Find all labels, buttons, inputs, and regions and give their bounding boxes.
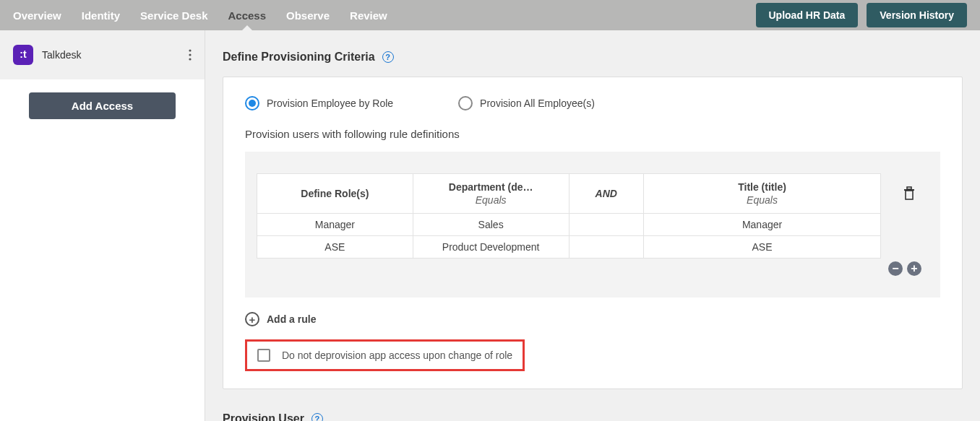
col-role-header: Define Role(s) — [257, 174, 413, 214]
col-dept-header: Department (de… Equals — [413, 174, 569, 214]
sidebar: :t Talkdesk Add Access — [0, 30, 205, 421]
add-access-button[interactable]: Add Access — [29, 92, 176, 119]
app-name: Talkdesk — [42, 49, 180, 61]
section-title-criteria-text: Define Provisioning Criteria — [223, 51, 375, 64]
col-dept-title: Department (de… — [449, 181, 533, 193]
top-nav-actions: Upload HR Data Version History — [756, 3, 968, 27]
table-row[interactable]: Manager Sales Manager — [257, 214, 881, 236]
tab-service-desk[interactable]: Service Desk — [140, 0, 207, 30]
version-history-button[interactable]: Version History — [867, 3, 967, 27]
radio-by-role-label: Provision Employee by Role — [267, 97, 393, 109]
svg-point-1 — [189, 53, 191, 56]
provision-mode-radio-group: Provision Employee by Role Provision All… — [245, 96, 940, 110]
kebab-menu-icon[interactable] — [189, 49, 192, 61]
deprovision-option-highlight: Do not deprovision app access upon chang… — [245, 339, 525, 371]
upload-hr-data-button[interactable]: Upload HR Data — [756, 3, 859, 27]
add-rule-button[interactable]: + Add a rule — [245, 312, 940, 326]
criteria-card: Provision Employee by Role Provision All… — [223, 77, 963, 389]
trash-icon[interactable] — [903, 186, 916, 201]
radio-all-label: Provision All Employee(s) — [480, 97, 595, 109]
add-rule-label: Add a rule — [267, 313, 316, 325]
sidebar-header: :t Talkdesk — [0, 30, 205, 79]
section-title-criteria: Define Provisioning Criteria ? — [223, 51, 963, 64]
rule-table: Define Role(s) Department (de… Equals AN… — [257, 173, 881, 259]
app-icon-letter: :t — [20, 48, 26, 60]
svg-rect-4 — [906, 191, 913, 199]
cell-dept: Product Development — [413, 236, 569, 259]
cell-op — [569, 214, 644, 236]
row-actions: − + — [257, 259, 929, 276]
remove-row-button[interactable]: − — [888, 261, 903, 276]
cell-role: Manager — [257, 214, 413, 236]
rule-block: Define Role(s) Department (de… Equals AN… — [245, 152, 940, 298]
col-title-sub: Equals — [650, 194, 874, 206]
tab-identity[interactable]: Identity — [82, 0, 120, 30]
cell-title: Manager — [644, 214, 881, 236]
tab-review[interactable]: Review — [350, 0, 387, 30]
tab-overview[interactable]: Overview — [13, 0, 61, 30]
cell-op — [569, 236, 644, 259]
cell-title: ASE — [644, 236, 881, 259]
help-icon[interactable]: ? — [382, 51, 394, 63]
svg-point-0 — [189, 49, 191, 51]
col-dept-sub: Equals — [419, 194, 563, 206]
table-row[interactable]: ASE Product Development ASE — [257, 236, 881, 259]
help-icon[interactable]: ? — [311, 413, 323, 421]
tab-observe[interactable]: Observe — [286, 0, 330, 30]
main-content: Define Provisioning Criteria ? Provision… — [205, 30, 980, 421]
svg-point-2 — [189, 58, 191, 60]
deprovision-checkbox[interactable] — [257, 349, 270, 362]
section-title-provision-user-text: Provision User — [223, 412, 304, 421]
tab-access[interactable]: Access — [228, 0, 266, 30]
deprovision-checkbox-label: Do not deprovision app access upon chang… — [282, 350, 512, 361]
radio-circle-selected-icon — [245, 96, 259, 110]
radio-provision-all[interactable]: Provision All Employee(s) — [458, 96, 595, 110]
cell-dept: Sales — [413, 214, 569, 236]
col-title-title: Title (title) — [738, 181, 786, 193]
top-nav: Overview Identity Service Desk Access Ob… — [0, 0, 980, 30]
add-row-button[interactable]: + — [907, 261, 921, 276]
app-icon: :t — [13, 45, 33, 65]
col-title-header: Title (title) Equals — [644, 174, 881, 214]
top-nav-tabs: Overview Identity Service Desk Access Ob… — [13, 0, 387, 30]
plus-circle-icon: + — [245, 312, 259, 326]
rule-caption: Provision users with following rule defi… — [245, 128, 940, 140]
radio-provision-by-role[interactable]: Provision Employee by Role — [245, 96, 393, 110]
section-title-provision-user: Provision User ? — [223, 412, 963, 421]
cell-role: ASE — [257, 236, 413, 259]
col-operator-header: AND — [569, 174, 644, 214]
sidebar-body: Add Access — [0, 79, 205, 132]
svg-rect-5 — [907, 187, 911, 189]
radio-circle-icon — [458, 96, 473, 110]
